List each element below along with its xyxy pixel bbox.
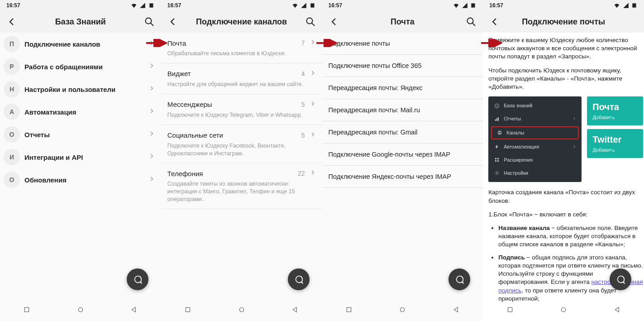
nav-recent[interactable] [345, 306, 353, 314]
nav-recent[interactable] [506, 306, 514, 314]
paragraph: Карточка создания канала «Почта» состоит… [488, 188, 643, 205]
search-button[interactable] [464, 16, 478, 27]
svg-text:?: ? [496, 105, 498, 107]
menu-item: Настройки [488, 167, 582, 180]
article-link[interactable]: Переадресация почты: Gmail [322, 121, 483, 144]
back-button[interactable] [5, 16, 19, 27]
nav-recent[interactable] [184, 306, 192, 314]
back-button[interactable] [327, 16, 341, 27]
svg-line-10 [312, 23, 315, 26]
menu-label: Расширения [504, 157, 576, 163]
svg-point-12 [239, 307, 243, 311]
chat-fab[interactable] [288, 268, 310, 290]
clock: 16:57 [6, 2, 20, 9]
back-button[interactable] [166, 16, 180, 27]
list-item: Название канала − обязательное поле. Вве… [498, 224, 643, 249]
nav-back[interactable] [452, 306, 460, 314]
nav-recent[interactable] [23, 306, 31, 314]
article-link[interactable]: Подключение почты [322, 33, 483, 55]
channel-row[interactable]: Почта7Обрабатывайте письма клиентов в Юз… [161, 33, 322, 63]
article-link[interactable]: Переадресация почты: Яндекс [322, 77, 483, 99]
paragraph: Чтобы подключить Юздеск к почтовому ящик… [488, 67, 643, 91]
page-title: Подключение почты [502, 17, 625, 27]
nav-home[interactable] [238, 306, 246, 314]
category-label: Интеграции и API [24, 153, 148, 161]
chevron-right-icon [148, 62, 155, 71]
article-link[interactable]: Переадресация почты: Mail.ru [322, 99, 483, 121]
svg-rect-18 [632, 4, 636, 8]
article-link[interactable]: Подключение Яндекс-почты через IMAP [322, 166, 483, 188]
nav-back[interactable] [613, 306, 621, 314]
category-row[interactable]: ААвтоматизация [0, 101, 161, 123]
svg-rect-21 [495, 119, 496, 121]
statusbar: 16:57 [322, 0, 483, 11]
channel-desc: Обрабатывайте письма клиентов в Юздеске. [167, 50, 316, 57]
clock: 16:57 [167, 2, 181, 9]
channel-desc: Настройте для обращений виджет на вашем … [167, 81, 316, 88]
svg-point-31 [496, 172, 498, 173]
search-button[interactable] [142, 16, 157, 27]
channel-row[interactable]: Телефония22Создавайте тикеты из звонков … [161, 163, 322, 209]
menu-item: Расширения [488, 153, 582, 167]
bolt-icon [494, 144, 500, 150]
question-icon: ? [494, 103, 500, 109]
menu-item: Отчеты [488, 112, 582, 125]
phone-2: 16:57 Подключение каналов Почта7Обрабаты… [161, 0, 322, 321]
svg-rect-13 [472, 4, 475, 8]
tile-title: Twitter [592, 134, 638, 146]
channel-row[interactable]: Социальные сети5Подключите к Юздеску Fac… [161, 125, 322, 163]
tiles: Почта Добавить Twitter Добавить [587, 96, 643, 182]
category-row[interactable]: ППодключение каналов [0, 33, 161, 55]
svg-rect-6 [25, 307, 29, 311]
channel-row[interactable]: Виджет4Настройте для обращений виджет на… [161, 63, 322, 94]
screenshot-embed: ?База знанийОтчетыКаналыАвтоматизацияРас… [488, 96, 643, 182]
navbar [0, 303, 161, 316]
channel-count: 4 [301, 70, 305, 77]
nav-back[interactable] [130, 306, 138, 314]
phone-4: 16:57 Подключение почты Привяжите к ваше… [483, 0, 644, 321]
statusbar: 16:57 [161, 0, 322, 11]
phone-1: 16:57 База Знаний ППодключение каналовРР… [0, 0, 161, 321]
channel-count: 5 [301, 101, 305, 108]
article-link[interactable]: Подключение Google-почты через IMAP [322, 144, 483, 166]
category-label: Автоматизация [24, 108, 148, 116]
nav-back[interactable] [291, 306, 299, 314]
chevron-right-icon [148, 108, 155, 116]
gear-icon [494, 170, 500, 176]
menu-item: Каналы [491, 126, 579, 139]
chat-fab[interactable] [610, 268, 631, 290]
statusbar: 16:57 [0, 0, 161, 11]
back-button[interactable] [487, 16, 502, 27]
svg-rect-32 [508, 307, 512, 311]
category-row[interactable]: РРабота с обращениями [0, 55, 161, 78]
chevron-right-icon [148, 130, 155, 139]
channel-row[interactable]: Мессенджеры5Подключите к Юздеску Telegra… [161, 94, 322, 125]
article-link[interactable]: Подключение почты Office 365 [322, 55, 483, 77]
chat-fab[interactable] [127, 268, 148, 290]
nav-home[interactable] [76, 306, 85, 314]
status-icons [613, 2, 638, 9]
chat-fab[interactable] [448, 268, 470, 290]
statusbar: 16:57 [483, 0, 644, 11]
category-row[interactable]: ИИнтеграции и API [0, 146, 161, 168]
letter-badge: И [4, 149, 20, 165]
channel-desc: Подключите к Юздеску Facebook, Вконтакте… [167, 142, 316, 158]
svg-rect-28 [497, 158, 499, 159]
svg-rect-30 [497, 160, 499, 162]
svg-point-4 [145, 18, 151, 24]
chevron-right-icon [572, 144, 576, 150]
nav-home[interactable] [559, 306, 568, 314]
category-row[interactable]: ООтчеты [0, 123, 161, 146]
category-label: Подключение каналов [24, 40, 148, 48]
category-row[interactable]: ООбновления [0, 168, 161, 191]
svg-rect-11 [186, 307, 190, 311]
nav-home[interactable] [398, 306, 406, 314]
search-button[interactable] [303, 16, 318, 27]
channel-title: Мессенджеры [167, 101, 301, 108]
svg-rect-3 [149, 4, 153, 8]
chevron-right-icon [572, 115, 576, 122]
appbar: База Знаний [0, 11, 161, 33]
chevron-right-icon [310, 131, 316, 139]
menu-label: База знаний [504, 102, 576, 109]
category-row[interactable]: ННастройки и пользователи [0, 78, 161, 101]
